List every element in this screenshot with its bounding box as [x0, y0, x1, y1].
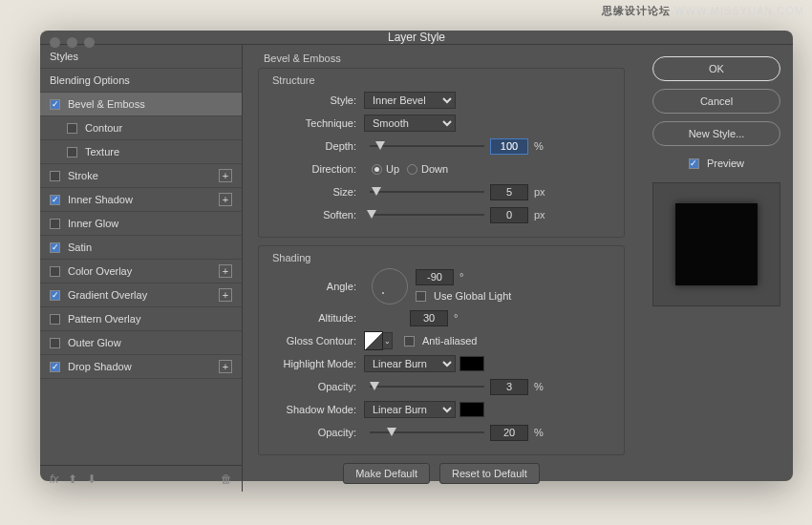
add-icon[interactable]: + [219, 264, 232, 278]
fx-icon[interactable]: fx [50, 472, 58, 486]
sidebar-item-texture[interactable]: Texture [40, 140, 242, 164]
arrow-down-icon[interactable]: ⬇ [87, 472, 96, 486]
add-icon[interactable]: + [219, 360, 232, 373]
angle-dial[interactable] [372, 268, 408, 304]
sidebar-item-label: Bevel & Emboss [68, 98, 232, 110]
right-panel: OK Cancel New Style... Preview [640, 45, 793, 492]
dialog-title: Layer Style [388, 31, 445, 44]
shading-heading: Shading [268, 252, 314, 263]
technique-select[interactable]: Smooth [364, 115, 456, 132]
sidebar-item-label: Inner Shadow [68, 194, 219, 205]
checkbox[interactable] [50, 362, 60, 372]
preview-checkbox[interactable] [689, 158, 699, 169]
sidebar-footer: fx ⬆ ⬇ 🗑 [40, 465, 242, 492]
depth-input[interactable] [490, 138, 528, 155]
checkbox[interactable] [50, 195, 60, 205]
antialiased-checkbox[interactable] [404, 336, 415, 346]
sidebar-item-label: Stroke [68, 170, 219, 181]
trash-icon[interactable]: 🗑 [221, 472, 232, 486]
sidebar-item-label: Outer Glow [68, 337, 232, 348]
checkbox[interactable] [50, 266, 60, 277]
gloss-contour-dropdown[interactable]: ⌄ [383, 332, 393, 349]
make-default-button[interactable]: Make Default [343, 463, 430, 484]
sidebar-item-satin[interactable]: Satin [40, 236, 242, 260]
depth-slider[interactable] [370, 139, 484, 153]
checkbox[interactable] [67, 147, 77, 158]
sidebar-item-label: Texture [85, 146, 232, 158]
sidebar-item-inner-glow[interactable]: Inner Glow [40, 212, 242, 236]
checkbox[interactable] [50, 314, 60, 325]
ok-button[interactable]: OK [652, 56, 780, 81]
global-light-checkbox[interactable] [416, 291, 426, 302]
watermark: 思缘设计论坛 WWW.MISSYUAN.COM [602, 4, 804, 18]
size-input[interactable] [490, 184, 528, 200]
layer-style-dialog: Layer Style StylesBlending OptionsBevel … [40, 31, 793, 481]
sidebar-item-drop-shadow[interactable]: Drop Shadow+ [40, 355, 242, 379]
new-style-button[interactable]: New Style... [652, 121, 780, 146]
sidebar-item-label: Inner Glow [68, 218, 232, 229]
direction-down-radio[interactable] [407, 164, 417, 175]
panel-title: Bevel & Emboss [264, 52, 625, 64]
sidebar-item-label: Pattern Overlay [68, 313, 232, 325]
add-icon[interactable]: + [219, 193, 232, 206]
highlight-mode-select[interactable]: Linear Burn [364, 355, 456, 372]
soften-slider[interactable] [370, 208, 484, 221]
arrow-up-icon[interactable]: ⬆ [68, 472, 77, 486]
settings-panel: Bevel & Emboss Structure Style:Inner Bev… [243, 45, 640, 492]
sidebar-item-outer-glow[interactable]: Outer Glow [40, 331, 242, 355]
add-icon[interactable]: + [219, 288, 232, 302]
sidebar-item-label: Contour [85, 122, 232, 134]
sidebar-item-bevel-emboss[interactable]: Bevel & Emboss [40, 93, 242, 116]
direction-up-radio[interactable] [372, 164, 382, 175]
size-slider[interactable] [370, 185, 484, 199]
sidebar-item-label: Gradient Overlay [68, 289, 219, 301]
sidebar-item-label: Satin [68, 242, 232, 253]
sidebar-item-blending-options[interactable]: Blending Options [40, 69, 242, 93]
sidebar-item-label: Blending Options [50, 74, 232, 86]
preview-swatch [652, 182, 780, 306]
gloss-contour-swatch[interactable] [364, 331, 383, 350]
checkbox[interactable] [50, 99, 60, 110]
add-icon[interactable]: + [219, 169, 232, 182]
highlight-color-swatch[interactable] [459, 356, 484, 371]
sidebar-item-gradient-overlay[interactable]: Gradient Overlay+ [40, 284, 242, 307]
soften-input[interactable] [490, 207, 528, 223]
shadow-color-swatch[interactable] [459, 402, 484, 417]
checkbox[interactable] [67, 123, 77, 134]
reset-default-button[interactable]: Reset to Default [439, 463, 540, 484]
sidebar-item-stroke[interactable]: Stroke+ [40, 164, 242, 188]
checkbox[interactable] [50, 290, 60, 301]
highlight-opacity-slider[interactable] [370, 380, 484, 393]
structure-heading: Structure [268, 74, 319, 86]
styles-sidebar: StylesBlending OptionsBevel & EmbossCont… [40, 45, 243, 492]
window-controls[interactable] [50, 37, 95, 48]
checkbox[interactable] [50, 338, 60, 348]
shadow-opacity-slider[interactable] [370, 426, 484, 439]
sidebar-item-inner-shadow[interactable]: Inner Shadow+ [40, 188, 242, 212]
sidebar-item-pattern-overlay[interactable]: Pattern Overlay [40, 307, 242, 331]
titlebar: Layer Style [40, 31, 793, 45]
style-select[interactable]: Inner Bevel [364, 92, 456, 109]
altitude-input[interactable] [410, 310, 448, 326]
highlight-opacity-input[interactable] [490, 379, 528, 395]
sidebar-item-label: Color Overlay [68, 265, 219, 277]
checkbox[interactable] [50, 219, 60, 229]
shadow-mode-select[interactable]: Linear Burn [364, 401, 456, 418]
sidebar-item-label: Drop Shadow [68, 361, 219, 372]
sidebar-item-styles[interactable]: Styles [40, 45, 242, 69]
sidebar-item-label: Styles [50, 51, 232, 62]
checkbox[interactable] [50, 171, 60, 181]
shadow-opacity-input[interactable] [490, 425, 528, 441]
cancel-button[interactable]: Cancel [652, 89, 780, 114]
checkbox[interactable] [50, 242, 60, 253]
angle-input[interactable] [416, 269, 454, 285]
sidebar-item-contour[interactable]: Contour [40, 116, 242, 140]
sidebar-item-color-overlay[interactable]: Color Overlay+ [40, 260, 242, 284]
